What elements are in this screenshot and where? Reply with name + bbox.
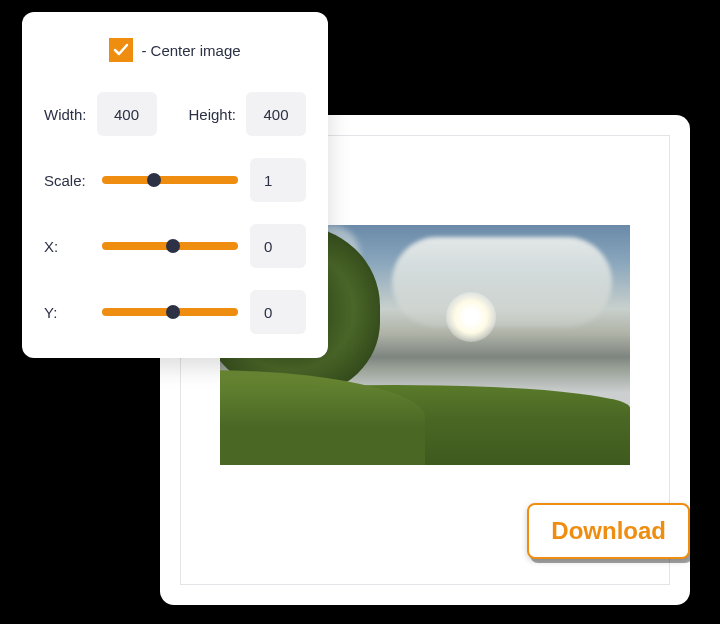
cloud — [392, 237, 612, 327]
slider-thumb[interactable] — [147, 173, 161, 187]
height-group: Height: — [188, 92, 306, 136]
x-row: X: — [44, 224, 306, 268]
scale-value-input[interactable] — [250, 158, 306, 202]
check-icon — [113, 42, 129, 58]
scale-label: Scale: — [44, 172, 90, 189]
center-image-checkbox[interactable] — [109, 38, 133, 62]
y-value-input[interactable] — [250, 290, 306, 334]
slider-thumb[interactable] — [166, 305, 180, 319]
y-label: Y: — [44, 304, 90, 321]
height-label: Height: — [188, 106, 236, 123]
width-label: Width: — [44, 106, 87, 123]
slider-track — [102, 176, 238, 184]
slider-thumb[interactable] — [166, 239, 180, 253]
controls-panel: - Center image Width: Height: Scale: X: … — [22, 12, 328, 358]
height-input[interactable] — [246, 92, 306, 136]
center-image-label: - Center image — [141, 42, 240, 59]
scale-row: Scale: — [44, 158, 306, 202]
download-button[interactable]: Download — [527, 503, 690, 559]
y-slider[interactable] — [102, 302, 238, 322]
x-value-input[interactable] — [250, 224, 306, 268]
dimensions-row: Width: Height: — [44, 92, 306, 136]
y-row: Y: — [44, 290, 306, 334]
width-group: Width: — [44, 92, 157, 136]
center-image-row: - Center image — [44, 38, 306, 62]
width-input[interactable] — [97, 92, 157, 136]
sun — [446, 292, 496, 342]
x-label: X: — [44, 238, 90, 255]
x-slider[interactable] — [102, 236, 238, 256]
scale-slider[interactable] — [102, 170, 238, 190]
